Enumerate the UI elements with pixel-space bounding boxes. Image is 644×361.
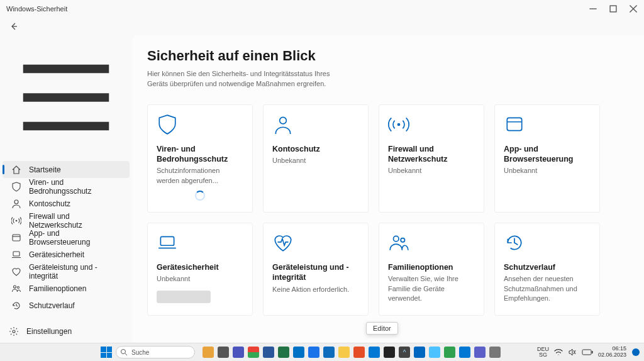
- svg-point-18: [397, 123, 401, 126]
- svg-point-17: [280, 117, 287, 124]
- sidebar-item-label: App- und Browsersteuerung: [29, 229, 121, 247]
- taskbar-app-icon[interactable]: [218, 347, 229, 358]
- taskbar-app-icon[interactable]: [293, 347, 304, 358]
- sidebar-item-account[interactable]: Kontoschutz: [3, 195, 130, 212]
- taskbar-search[interactable]: Suche: [116, 346, 195, 358]
- taskbar-app-icon[interactable]: [474, 347, 486, 358]
- card-subtitle: Keine Aktion erforderlich.: [272, 285, 359, 294]
- card-subtitle: Unbekannt: [504, 166, 591, 175]
- card-grid: Viren- und Bedrohungsschutz Schutzinform…: [147, 104, 629, 316]
- sidebar-item-history[interactable]: Schutzverlauf: [3, 297, 130, 314]
- taskbar-app-icon[interactable]: [338, 347, 350, 358]
- sidebar-item-family[interactable]: Familienoptionen: [3, 280, 130, 297]
- sidebar-item-label: Einstellungen: [26, 327, 72, 336]
- history-icon: [11, 301, 21, 311]
- sidebar-item-label: Geräteleistung und -integrität: [29, 263, 121, 280]
- card-device[interactable]: Gerätesicherheit Unbekannt: [147, 223, 253, 315]
- history-icon: [504, 232, 525, 253]
- taskbar-app-icon[interactable]: [369, 347, 380, 358]
- taskbar-app-icon[interactable]: [459, 347, 470, 358]
- sidebar-item-home[interactable]: Startseite: [3, 161, 130, 178]
- svg-line-26: [125, 353, 127, 355]
- wifi-icon[interactable]: [554, 348, 563, 357]
- titlebar: Windows-Sicherheit: [0, 0, 644, 18]
- card-appbrowser[interactable]: App- und Browsersteuerung Unbekannt: [494, 104, 600, 213]
- card-title: Firewall und Netzwerkschutz: [388, 144, 475, 165]
- svg-rect-1: [610, 6, 616, 12]
- card-title: Gerätesicherheit: [157, 262, 243, 272]
- taskbar-app-icon[interactable]: [263, 347, 274, 358]
- svg-point-14: [14, 286, 16, 288]
- taskbar-search-label: Suche: [131, 349, 149, 356]
- svg-rect-12: [13, 252, 19, 256]
- card-title: Schutzverlauf: [504, 262, 591, 272]
- sidebar-item-settings[interactable]: Einstellungen: [0, 320, 132, 343]
- taskbar-app-icon[interactable]: [384, 347, 395, 358]
- sidebar-item-virus[interactable]: Viren- und Bedrohungsschutz: [3, 178, 130, 195]
- svg-point-23: [394, 236, 399, 242]
- maximize-button[interactable]: [609, 4, 618, 13]
- laptop-icon: [11, 250, 21, 260]
- volume-icon[interactable]: [568, 348, 577, 357]
- window-title: Windows-Sicherheit: [4, 5, 589, 13]
- minimize-button[interactable]: [589, 4, 597, 13]
- sidebar-item-label: Kontoschutz: [29, 199, 70, 208]
- heart-pulse-icon: [272, 232, 294, 253]
- taskbar-app-icon[interactable]: [429, 347, 440, 358]
- notification-icon[interactable]: [631, 348, 640, 357]
- taskbar-app-icon[interactable]: [203, 347, 214, 358]
- app-window-icon: [11, 233, 21, 243]
- back-button[interactable]: [9, 21, 19, 31]
- page-title: Sicherheit auf einen Blick: [147, 48, 629, 64]
- sidebar-item-label: Gerätesicherheit: [29, 250, 84, 259]
- laptop-icon: [157, 232, 178, 253]
- card-account[interactable]: Kontoschutz Unbekannt: [263, 104, 369, 213]
- loading-spinner-icon: [195, 191, 205, 201]
- taskbar-app-icon[interactable]: [233, 347, 244, 358]
- card-title: Familienoptionen: [388, 262, 475, 272]
- sidebar-item-health[interactable]: Geräteleistung und -integrität: [3, 263, 130, 280]
- card-action-placeholder[interactable]: [157, 291, 211, 303]
- app-window-icon: [504, 114, 525, 135]
- battery-icon[interactable]: [582, 348, 593, 356]
- taskbar-app-icon[interactable]: [248, 347, 259, 358]
- svg-point-16: [13, 330, 15, 333]
- svg-point-15: [18, 286, 19, 288]
- shield-icon: [11, 182, 21, 192]
- card-family[interactable]: Familienoptionen Verwalten Sie, wie Ihre…: [379, 223, 484, 315]
- tray-language[interactable]: DEU SG: [537, 347, 549, 358]
- card-subtitle: Unbekannt: [272, 156, 359, 165]
- svg-point-9: [16, 219, 18, 221]
- taskbar-app-icon[interactable]: [323, 347, 335, 358]
- sidebar-item-device[interactable]: Gerätesicherheit: [3, 246, 130, 263]
- card-virus[interactable]: Viren- und Bedrohungsschutz Schutzinform…: [147, 104, 253, 213]
- people-icon: [11, 284, 21, 294]
- svg-rect-30: [592, 351, 593, 353]
- start-button[interactable]: [101, 347, 112, 358]
- card-title: Kontoschutz: [272, 144, 359, 154]
- svg-point-8: [14, 200, 18, 204]
- hamburger-button[interactable]: [0, 36, 132, 158]
- card-subtitle: Ansehen der neuesten Schutzmaßnahmen und…: [504, 274, 591, 303]
- taskbar-app-icon[interactable]: [353, 347, 365, 358]
- taskbar-app-icon[interactable]: [489, 347, 501, 358]
- taskbar-app-icon[interactable]: [308, 347, 319, 358]
- close-button[interactable]: [629, 4, 638, 13]
- nav: Startseite Viren- und Bedrohungsschutz K…: [0, 161, 132, 314]
- taskbar-app-icon[interactable]: ^: [399, 347, 410, 358]
- sidebar-item-appbrowser[interactable]: App- und Browsersteuerung: [3, 229, 130, 246]
- taskbar-app-icon[interactable]: [278, 347, 289, 358]
- svg-point-25: [121, 350, 126, 354]
- taskbar-app-icon[interactable]: [414, 347, 425, 358]
- sidebar-item-firewall[interactable]: Firewall und Netzwerkschutz: [3, 212, 130, 229]
- shield-icon: [157, 114, 178, 135]
- person-icon: [272, 114, 294, 135]
- taskbar-app-icon[interactable]: [444, 347, 455, 358]
- card-health[interactable]: Geräteleistung und -integrität Keine Akt…: [263, 223, 369, 315]
- card-history[interactable]: Schutzverlauf Ansehen der neuesten Schut…: [494, 223, 600, 315]
- tray-clock[interactable]: 06:15 02.06.2023: [598, 346, 626, 358]
- card-title: App- und Browsersteuerung: [504, 144, 591, 165]
- sidebar-item-label: Firewall und Netzwerkschutz: [29, 212, 121, 230]
- card-subtitle: Unbekannt: [157, 274, 243, 284]
- card-firewall[interactable]: Firewall und Netzwerkschutz Unbekannt: [379, 104, 484, 213]
